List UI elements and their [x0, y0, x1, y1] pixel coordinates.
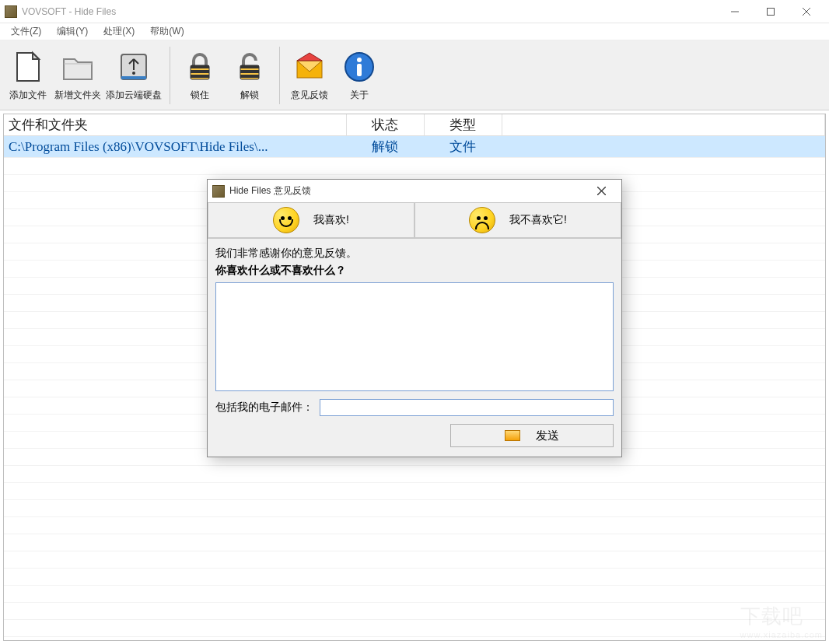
- cell-type: 文件: [424, 136, 502, 158]
- col-spacer: [502, 114, 825, 136]
- usb-drive-icon: [115, 48, 152, 86]
- feedback-icon: [291, 48, 328, 86]
- menu-file[interactable]: 文件(Z): [3, 23, 49, 40]
- col-type[interactable]: 类型: [424, 114, 502, 136]
- svg-rect-8: [191, 70, 209, 73]
- menu-process[interactable]: 处理(X): [96, 23, 142, 40]
- feedback-textarea[interactable]: [215, 282, 614, 391]
- like-label: 我喜欢!: [313, 213, 349, 227]
- dislike-label: 我不喜欢它!: [509, 213, 567, 227]
- email-label: 包括我的电子邮件：: [215, 401, 313, 415]
- app-icon: [5, 5, 17, 18]
- menu-bar: 文件(Z) 编辑(Y) 处理(X) 帮助(W): [0, 23, 829, 40]
- svg-marker-16: [297, 53, 322, 61]
- about-button[interactable]: 关于: [334, 47, 384, 103]
- svg-rect-12: [240, 70, 259, 73]
- window-title: VOVSOFT - Hide Files: [22, 6, 116, 17]
- cell-path: C:\Program Files (x86)\VOVSOFT\Hide File…: [4, 136, 346, 158]
- envelope-icon: [505, 430, 520, 441]
- toolbar-separator: [170, 47, 170, 104]
- lock-open-icon: [231, 48, 268, 86]
- svg-marker-2: [33, 53, 39, 59]
- table-row[interactable]: C:\Program Files (x86)\VOVSOFT\Hide File…: [4, 136, 825, 158]
- email-input[interactable]: [320, 399, 614, 416]
- toolbar-separator: [279, 47, 280, 104]
- svg-point-18: [357, 58, 362, 62]
- smile-icon: [273, 207, 299, 233]
- svg-rect-0: [768, 8, 775, 15]
- dislike-button[interactable]: 我不喜欢它!: [414, 202, 621, 238]
- col-status[interactable]: 状态: [346, 114, 424, 136]
- toolbar: 添加文件 新增文件夹 添加云端硬盘: [0, 40, 829, 110]
- like-button[interactable]: 我喜欢!: [208, 202, 414, 238]
- frown-icon: [469, 207, 495, 233]
- table-header-row: 文件和文件夹 状态 类型: [4, 114, 825, 136]
- window-titlebar: VOVSOFT - Hide Files: [0, 0, 829, 23]
- app-icon: [212, 185, 225, 198]
- col-path[interactable]: 文件和文件夹: [4, 114, 346, 136]
- folder-icon: [59, 48, 96, 86]
- svg-rect-13: [240, 75, 259, 78]
- unlock-button[interactable]: 解锁: [225, 47, 275, 103]
- about-label: 关于: [350, 89, 369, 102]
- svg-rect-9: [191, 75, 209, 78]
- dialog-close-button[interactable]: [586, 180, 617, 202]
- unlock-label: 解锁: [240, 89, 259, 102]
- menu-help[interactable]: 帮助(W): [142, 23, 191, 40]
- lock-label: 锁住: [191, 89, 209, 102]
- send-button[interactable]: 发送: [450, 424, 614, 447]
- svg-rect-5: [121, 76, 146, 79]
- lock-closed-icon: [181, 48, 219, 86]
- lock-button[interactable]: 锁住: [175, 47, 225, 103]
- dialog-title: Hide Files 意见反馈: [229, 184, 311, 198]
- feedback-button[interactable]: 意见反馈: [285, 47, 334, 103]
- window-minimize-button[interactable]: [717, 0, 753, 23]
- info-icon: [341, 48, 378, 86]
- send-label: 发送: [536, 429, 559, 443]
- window-maximize-button[interactable]: [753, 0, 789, 23]
- feedback-dialog: Hide Files 意见反馈 我喜欢! 我不喜欢它! 我们非常感谢你的意见反馈…: [207, 179, 622, 457]
- file-icon: [9, 48, 47, 86]
- add-cloud-drive-button[interactable]: 添加云端硬盘: [103, 47, 165, 103]
- feedback-prompt: 你喜欢什么或不喜欢什么？: [208, 261, 621, 282]
- add-cloud-drive-label: 添加云端硬盘: [106, 89, 162, 102]
- svg-point-4: [132, 72, 135, 75]
- feedback-label: 意见反馈: [291, 89, 328, 102]
- add-folder-label: 新增文件夹: [54, 89, 101, 102]
- svg-rect-11: [240, 65, 259, 68]
- window-close-button[interactable]: [789, 0, 824, 23]
- add-folder-button[interactable]: 新增文件夹: [53, 47, 103, 103]
- cell-status: 解锁: [346, 136, 424, 158]
- dialog-titlebar: Hide Files 意见反馈: [208, 180, 621, 203]
- svg-rect-7: [191, 65, 209, 68]
- menu-edit[interactable]: 编辑(Y): [49, 23, 96, 40]
- add-file-button[interactable]: 添加文件: [3, 47, 53, 103]
- thanks-text: 我们非常感谢你的意见反馈。: [208, 239, 621, 261]
- add-file-label: 添加文件: [9, 89, 47, 102]
- svg-rect-19: [357, 64, 362, 76]
